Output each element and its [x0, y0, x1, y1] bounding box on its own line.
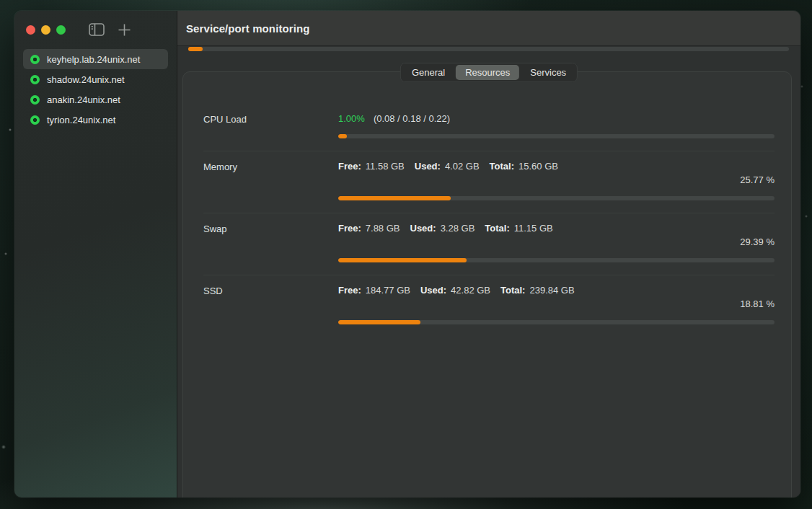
app-window: keyhelp.lab.24unix.net shadow.24unix.net…: [14, 11, 800, 497]
used-label: Used:: [420, 285, 446, 296]
server-name: tyrion.24unix.net: [47, 115, 115, 125]
used-label: Used:: [415, 161, 441, 172]
ssd-free: 184.77 GB: [366, 285, 410, 296]
tab-services[interactable]: Services: [521, 65, 575, 80]
swap-free: 7.88 GB: [366, 223, 400, 234]
memory-used: 4.02 GB: [445, 161, 480, 172]
swap-label: Swap: [203, 223, 338, 262]
ssd-row: SSD Free: 184.77 GB Used: 42.82 GB Total…: [183, 275, 791, 337]
memory-free: 11.58 GB: [366, 161, 405, 172]
cpu-load-row: CPU Load 1.00% (0.08 / 0.18 / 0.22): [183, 104, 791, 151]
tab-bar: General Resources Services: [400, 63, 578, 82]
status-online-icon: [30, 115, 40, 125]
swap-row: Swap Free: 7.88 GB Used: 3.28 GB Total: …: [183, 213, 791, 275]
add-server-icon[interactable]: [118, 23, 131, 37]
ssd-percent: 18.81 %: [338, 298, 775, 309]
server-item-anakin[interactable]: anakin.24unix.net: [23, 89, 168, 110]
cpu-progress-track: [338, 134, 775, 138]
tab-general[interactable]: General: [402, 65, 454, 80]
clipped-progress-bar: [188, 47, 789, 51]
sidebar-header: [14, 11, 177, 48]
total-label: Total:: [490, 161, 514, 172]
ssd-used: 42.82 GB: [451, 285, 490, 296]
cpu-progress-fill: [338, 134, 347, 138]
server-list: keyhelp.lab.24unix.net shadow.24unix.net…: [14, 48, 177, 130]
minimize-button[interactable]: [41, 25, 50, 35]
used-label: Used:: [410, 223, 436, 234]
server-item-keyhelp[interactable]: keyhelp.lab.24unix.net: [23, 49, 168, 69]
close-button[interactable]: [26, 25, 35, 35]
free-label: Free:: [338, 161, 361, 172]
status-online-icon: [30, 95, 40, 105]
cpu-load-value: 1.00%: [338, 113, 365, 124]
server-item-tyrion[interactable]: tyrion.24unix.net: [23, 110, 168, 130]
ssd-total: 239.84 GB: [529, 285, 574, 296]
tab-resources[interactable]: Resources: [456, 65, 519, 80]
clipped-progress-fill: [188, 47, 203, 51]
memory-progress-track: [338, 196, 775, 200]
server-item-shadow[interactable]: shadow.24unix.net: [23, 69, 168, 89]
server-name: shadow.24unix.net: [47, 74, 125, 85]
status-online-icon: [30, 75, 40, 84]
memory-percent: 25.77 %: [338, 174, 775, 185]
sidebar: keyhelp.lab.24unix.net shadow.24unix.net…: [14, 11, 177, 497]
page-title: Service/port monitoring: [186, 22, 310, 35]
server-name: keyhelp.lab.24unix.net: [47, 54, 140, 65]
free-label: Free:: [338, 223, 361, 234]
server-name: anakin.24unix.net: [47, 94, 120, 105]
status-online-icon: [30, 55, 40, 64]
zoom-button[interactable]: [56, 25, 66, 35]
memory-total: 15.60 GB: [518, 161, 558, 172]
memory-row: Memory Free: 11.58 GB Used: 4.02 GB Tota…: [183, 151, 791, 213]
resources-panel: CPU Load 1.00% (0.08 / 0.18 / 0.22): [182, 71, 792, 497]
swap-progress-fill: [338, 258, 467, 262]
cpu-load-averages: (0.08 / 0.18 / 0.22): [374, 113, 450, 124]
memory-label: Memory: [203, 161, 338, 200]
window-controls: [26, 25, 66, 35]
ssd-progress-fill: [338, 320, 420, 324]
free-label: Free:: [338, 285, 361, 296]
content-area: General Resources Services CPU Load 1.00…: [177, 46, 800, 497]
total-label: Total:: [500, 285, 525, 296]
swap-progress-track: [338, 258, 775, 262]
cpu-load-label: CPU Load: [203, 113, 338, 138]
memory-progress-fill: [338, 196, 451, 200]
swap-used: 3.28 GB: [441, 223, 475, 234]
titlebar: Service/port monitoring: [177, 11, 800, 46]
ssd-progress-track: [338, 320, 775, 324]
swap-total: 11.15 GB: [514, 223, 553, 234]
main-area: Service/port monitoring General Resource…: [177, 11, 800, 497]
toggle-sidebar-icon[interactable]: [89, 23, 105, 36]
ssd-label: SSD: [203, 285, 338, 324]
swap-percent: 29.39 %: [338, 236, 775, 247]
total-label: Total:: [485, 223, 509, 234]
